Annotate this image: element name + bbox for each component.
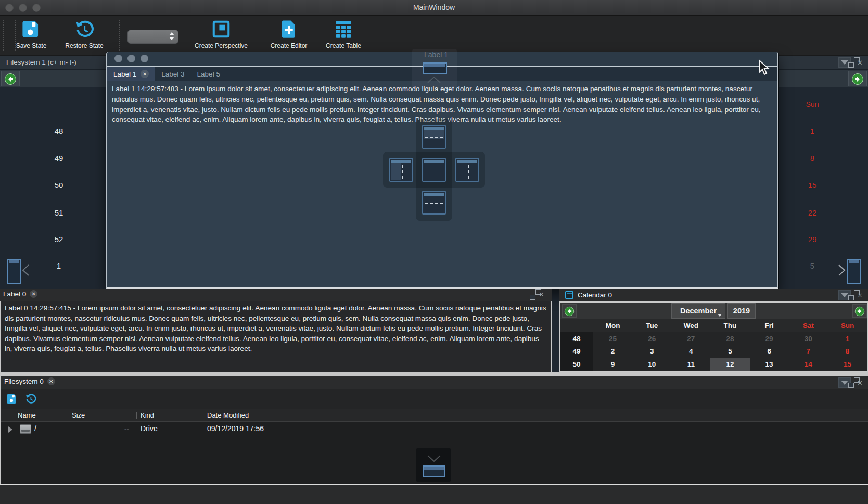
day-cell[interactable]: 26: [632, 332, 671, 345]
day-cell[interactable]: 13: [750, 358, 789, 371]
month-dropdown[interactable]: December: [671, 303, 725, 319]
drop-right-edge-icon[interactable]: [847, 259, 861, 284]
hard-drive-icon: [20, 424, 31, 434]
label0-content: Label 0 14:29:57:415 - Lorem ipsum dolor…: [0, 301, 552, 372]
drop-top-edge-icon[interactable]: [423, 62, 447, 74]
restore-state-button[interactable]: Restore State: [53, 19, 116, 49]
drop-split-bottom-icon[interactable]: [422, 191, 446, 215]
week-number: 49: [43, 154, 74, 162]
label0-header-buttons: ✕: [535, 291, 544, 298]
day-cell[interactable]: 9: [593, 358, 632, 371]
day-cell[interactable]: 1: [828, 332, 867, 345]
next-month-button[interactable]: [852, 304, 867, 318]
calendar0-header[interactable]: Calendar 0 ✕: [559, 289, 868, 301]
label0-header: Label 0 ✕ ✕: [0, 289, 552, 301]
year-spinbox[interactable]: 2019: [727, 303, 756, 319]
drop-left-edge-icon[interactable]: [7, 259, 21, 284]
close-icon[interactable]: ✕: [47, 377, 55, 385]
expand-triangle-icon[interactable]: [8, 426, 12, 433]
day-cell[interactable]: 10: [632, 358, 671, 371]
big-calendar-day[interactable]: 15: [797, 181, 828, 190]
calendar0-title: Calendar 0: [578, 291, 612, 299]
zoom-traffic-light[interactable]: [141, 55, 148, 62]
tab-label1[interactable]: Label 1 ✕: [107, 67, 155, 81]
prev-month-button[interactable]: [1, 71, 20, 86]
day-cell[interactable]: 25: [593, 332, 632, 345]
cell-date-modified: 09/12/2019 17:56: [207, 424, 264, 433]
day-cell[interactable]: 8: [828, 345, 867, 358]
create-table-button[interactable]: Create Table: [312, 19, 375, 49]
day-cell[interactable]: 28: [710, 332, 749, 345]
year-label: 2019: [733, 307, 750, 315]
mouse-cursor: [758, 59, 770, 76]
table-grid-icon: [334, 19, 353, 40]
chevron-down-icon: [841, 293, 848, 297]
close-icon[interactable]: ✕: [141, 70, 149, 78]
triangle-down-icon: [427, 455, 441, 462]
filesystem0-header-buttons: ✕: [838, 377, 863, 388]
calendar0-header-buttons: ✕: [838, 290, 863, 300]
big-calendar-day[interactable]: 29: [797, 235, 828, 244]
column-header-name[interactable]: Name: [18, 411, 36, 419]
day-cell[interactable]: 15: [828, 358, 867, 371]
close-traffic-light[interactable]: [114, 55, 122, 62]
week-number: 50: [43, 181, 74, 190]
day-cell[interactable]: 3: [632, 345, 671, 358]
label0-text: Label 0 14:29:57:415 - Lorem ipsum dolor…: [5, 303, 547, 354]
column-separator[interactable]: [203, 412, 203, 419]
prev-month-button[interactable]: [562, 304, 577, 318]
day-header-sun: Sun: [828, 319, 867, 332]
big-calendar-day[interactable]: 5: [797, 261, 828, 270]
drop-split-top-icon[interactable]: [422, 125, 446, 149]
column-separator[interactable]: [68, 412, 68, 419]
tab-filesystem0[interactable]: Filesystem 0 ✕: [4, 377, 55, 385]
close-icon[interactable]: ✕: [30, 290, 37, 298]
triangle-up-icon: [427, 77, 441, 84]
create-perspective-button[interactable]: Create Perspective: [190, 19, 252, 49]
cell-name: /: [34, 424, 36, 433]
day-cell[interactable]: 11: [671, 358, 710, 371]
day-cell[interactable]: 14: [789, 358, 828, 371]
table-row[interactable]: / -- Drive 09/12/2019 17:56: [1, 422, 868, 437]
calendar0-navbar: December 2019: [560, 303, 867, 319]
column-header-kind[interactable]: Kind: [141, 411, 154, 419]
day-cell[interactable]: 30: [789, 332, 828, 345]
day-cell[interactable]: 4: [671, 345, 710, 358]
perspective-combo[interactable]: [127, 30, 178, 44]
tab-label0[interactable]: Label 0 ✕: [3, 290, 37, 298]
drop-split-right-icon[interactable]: [455, 158, 479, 182]
green-left-arrow-icon: [564, 306, 575, 317]
selected-day-cell[interactable]: 12: [710, 358, 749, 371]
horizontal-splitter[interactable]: [0, 372, 868, 376]
tab-label3[interactable]: Label 3: [155, 67, 190, 81]
filesystem0-toolbar: [1, 389, 868, 409]
dock-title: Filesystem 1 (c+ m- f-): [6, 58, 76, 66]
save-icon: [21, 19, 41, 40]
create-editor-button[interactable]: Create Editor: [258, 19, 320, 49]
day-cell[interactable]: 27: [671, 332, 710, 345]
restore-state-label: Restore State: [53, 42, 116, 49]
day-cell[interactable]: 7: [789, 345, 828, 358]
big-calendar-day[interactable]: 22: [797, 208, 828, 217]
drop-center-tab-icon[interactable]: [422, 158, 446, 182]
week-number: 49: [560, 345, 593, 358]
restore-icon-button[interactable]: [25, 393, 36, 407]
minimize-traffic-light[interactable]: [127, 55, 135, 62]
column-separator[interactable]: [136, 412, 137, 419]
drop-bottom-edge-icon[interactable]: [423, 465, 445, 477]
column-header-date[interactable]: Date Modified: [207, 411, 249, 419]
next-month-button[interactable]: [848, 71, 867, 86]
big-calendar-day[interactable]: 1: [797, 127, 828, 135]
save-icon: [6, 393, 18, 405]
filesystem0-header: Filesystem 0 ✕ ✕: [1, 376, 868, 389]
day-cell[interactable]: 2: [593, 345, 632, 358]
day-cell[interactable]: 5: [710, 345, 749, 358]
drop-split-left-icon[interactable]: [389, 158, 413, 182]
create-editor-label: Create Editor: [258, 42, 320, 49]
tab-label5[interactable]: Label 5: [191, 67, 226, 81]
big-calendar-day[interactable]: 8: [797, 154, 828, 162]
save-icon-button[interactable]: [6, 393, 18, 407]
column-header-size[interactable]: Size: [72, 411, 85, 419]
day-cell[interactable]: 29: [750, 332, 789, 345]
day-cell[interactable]: 6: [750, 345, 789, 358]
